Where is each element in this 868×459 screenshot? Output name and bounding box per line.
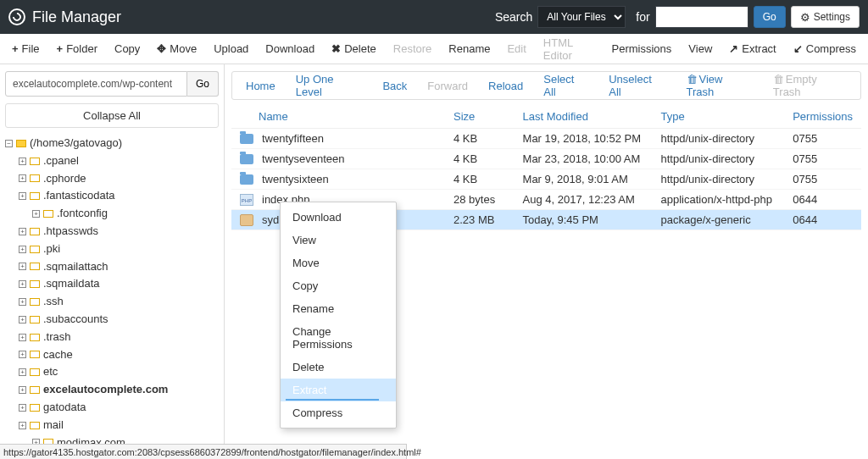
home-link[interactable]: Home [236,80,286,92]
unselect-all-link[interactable]: Unselect All [598,73,676,98]
context-menu-item[interactable]: Compress [281,401,396,424]
table-row[interactable]: twentysixteen4 KBMar 9, 2018, 9:01 AMhtt… [231,169,861,190]
collapse-icon[interactable]: − [5,140,13,147]
tree-node[interactable]: +.cpanel [5,152,219,170]
reload-link[interactable]: Reload [478,80,533,92]
php-file-icon: PHP [240,194,253,206]
expand-icon[interactable]: + [19,386,26,394]
context-menu-item[interactable]: Change Permissions [281,320,396,356]
delete-button[interactable]: ✖Delete [323,34,385,64]
view-button[interactable]: View [680,34,721,64]
table-row[interactable]: twentyfifteen4 KBMar 19, 2018, 10:52 PMh… [231,129,861,149]
col-modified[interactable]: Last Modified [515,105,653,129]
settings-button[interactable]: ⚙ Settings [791,6,860,28]
expand-icon[interactable]: + [19,334,26,341]
tree-node[interactable]: +.sqmaildata [5,275,219,293]
context-menu-item[interactable]: Download [281,206,396,229]
file-type: httpd/unix-directory [653,169,785,190]
expand-icon[interactable]: + [19,246,26,253]
tree-node[interactable]: +cache [5,346,219,364]
expand-icon[interactable]: + [32,210,40,218]
tree-node[interactable]: +.sqmailattach [5,258,219,276]
tree-node[interactable]: +modimax.com [5,434,219,444]
collapse-all-button[interactable]: Collapse All [5,103,219,128]
folder-icon [30,368,40,376]
folder-icon [30,280,40,288]
table-row[interactable]: twentyseventeen4 KBMar 23, 2018, 10:00 A… [231,149,861,169]
tree-label: cache [43,346,73,364]
tree-node[interactable]: +.cphorde [5,170,219,188]
search-input[interactable] [655,6,748,28]
path-input[interactable] [5,71,187,97]
context-menu-item[interactable]: Move [281,252,396,274]
col-name[interactable]: Name [231,105,445,129]
tree-node[interactable]: +.subaccounts [5,311,219,329]
expand-icon[interactable]: + [19,422,26,429]
expand-icon[interactable]: + [19,298,26,306]
permissions-button[interactable]: Permissions [604,34,681,64]
up-one-level-link[interactable]: Up One Level [286,73,373,98]
path-go-button[interactable]: Go [187,71,219,97]
context-menu-item[interactable]: Delete [281,356,396,379]
select-all-link[interactable]: Select All [533,73,598,98]
col-type[interactable]: Type [653,105,785,129]
expand-icon[interactable]: + [19,192,26,200]
copy-button[interactable]: Copy [106,34,148,64]
context-menu-item[interactable]: Extract [281,379,396,401]
tree-node[interactable]: +.fantasticodata [5,187,219,205]
tree-node[interactable]: +excelautocomplete.com [5,381,219,399]
context-menu-item[interactable]: View [281,229,396,252]
col-size[interactable]: Size [445,105,515,129]
plus-icon: + [12,42,19,55]
tree-node[interactable]: +gatodata [5,399,219,417]
expand-icon[interactable]: + [19,158,26,165]
tree-node[interactable]: +etc [5,363,219,381]
tree-root[interactable]: −(/home3/gatovago) [5,135,219,152]
compress-button[interactable]: ↙Compress [785,34,865,64]
search-scope-select[interactable]: All Your Files [537,6,626,28]
view-trash-link[interactable]: 🗑View Trash [676,73,763,98]
tree-node[interactable]: +.ssh [5,293,219,311]
extract-button[interactable]: ↗Extract [721,34,784,64]
move-button[interactable]: ✥Move [148,34,205,64]
expand-icon[interactable]: + [19,263,26,270]
file-modified: Mar 9, 2018, 9:01 AM [515,169,653,190]
folder-button[interactable]: +Folder [48,34,106,64]
tree-label: etc [43,363,58,381]
context-menu-item[interactable]: Copy [281,274,396,297]
folder-icon [30,228,40,235]
search-label: Search [495,10,532,24]
tree-node[interactable]: +mail [5,417,219,434]
tree-label: modimax.com [57,434,125,444]
expand-icon[interactable]: + [19,368,26,376]
tree-node[interactable]: +.htpasswds [5,223,219,241]
file-permissions: 0644 [784,210,861,230]
file-button[interactable]: +File [3,34,48,64]
download-button[interactable]: Download [257,34,323,64]
tree-node[interactable]: +.trash [5,329,219,346]
context-menu[interactable]: DownloadViewMoveCopyRenameChange Permiss… [280,202,397,429]
tree-label: .fontconfig [57,205,108,223]
expand-icon[interactable]: + [19,351,26,358]
tree-node[interactable]: +.pki [5,241,219,258]
expand-icon[interactable]: + [19,174,26,182]
col-permissions[interactable]: Permissions [784,105,861,129]
search-go-button[interactable]: Go [754,6,786,28]
tree-label: (/home3/gatovago) [30,135,122,152]
tree-label: .htpasswds [43,223,98,241]
plus-icon: + [57,42,64,55]
expand-icon[interactable]: + [19,404,26,412]
folder-icon [30,192,40,200]
expand-icon[interactable]: + [19,316,26,324]
trash-icon: 🗑 [687,73,698,86]
folder-icon [30,316,40,324]
expand-icon[interactable]: + [19,228,26,235]
edit-button: Edit [498,34,534,64]
back-link[interactable]: Back [372,80,417,92]
folder-tree[interactable]: −(/home3/gatovago)+.cpanel+.cphorde+.fan… [5,135,219,444]
rename-button[interactable]: Rename [440,34,498,64]
expand-icon[interactable]: + [19,280,26,288]
upload-button[interactable]: Upload [205,34,257,64]
tree-node[interactable]: +.fontconfig [5,205,219,223]
context-menu-item[interactable]: Rename [281,297,396,320]
